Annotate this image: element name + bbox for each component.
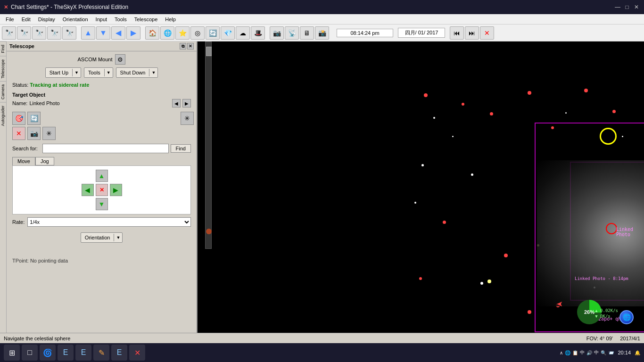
main-area: Find Telescope Camera Autoguider Telesco… [0,41,644,333]
panel-header-buttons[interactable]: ⧉ ✕ [180,43,194,49]
task-icon-search[interactable]: 🔍 [601,350,606,355]
menu-edit[interactable]: Edit [18,16,34,23]
cancel-icon[interactable]: ✕ [12,127,25,140]
tab-camera[interactable]: Camera [0,81,6,102]
task-app-4[interactable]: E [111,345,127,361]
menu-orientation[interactable]: Orientation [59,16,92,23]
name-label: Name: [12,100,27,106]
task-app-2[interactable]: E [75,345,91,361]
task-files[interactable]: □ [22,345,38,361]
menu-tools[interactable]: Tools [111,16,131,23]
startup-label[interactable]: Start Up [46,69,73,76]
tb-cam1[interactable]: 📷 [270,26,284,40]
menu-help[interactable]: Help [161,16,180,23]
menu-display[interactable]: Display [34,16,59,23]
nav-next-button[interactable]: ▶ [182,99,191,107]
tb-cam3[interactable]: 🖥 [300,26,314,40]
move-tab[interactable]: Move [12,157,35,165]
titlebar-controls[interactable]: — □ ✕ [614,3,640,11]
tb-cam4[interactable]: 📸 [315,26,329,40]
startup-dropdown[interactable]: Start Up ▼ [45,67,81,78]
menu-file[interactable]: File [2,16,18,23]
speed-display: ▲ 0.02K/s ▼ 0K/s [595,308,618,320]
shutdown-dropdown[interactable]: Shut Down ▼ [116,67,158,78]
menu-input[interactable]: Input [92,16,111,23]
target-icon-5[interactable]: ✳ [42,127,56,140]
task-icon-1: 🌐 [565,350,570,355]
nav-prev-button[interactable]: ◀ [172,99,181,107]
tb-up[interactable]: ▲ [81,26,95,40]
task-app-3[interactable]: ✎ [93,345,109,361]
tab-find[interactable]: Find [0,41,6,56]
shutdown-label[interactable]: Shut Down [116,69,150,76]
statusbar-date: 2017/4/1 [620,336,640,341]
tab-telescope[interactable]: Telescope [0,56,6,82]
tb-home[interactable]: 🏠 [145,26,159,40]
search-label: Search for: [12,146,41,151]
minimize-button[interactable]: — [614,3,621,11]
jog-up-row: ▲ [96,170,108,182]
slider-thumb[interactable] [206,47,212,56]
vertical-slider[interactable] [205,41,212,249]
tb-left[interactable]: ◀ [111,26,125,40]
tb-right[interactable]: ▶ [126,26,140,40]
target-icon-1[interactable]: 🎯 [12,112,25,125]
target-title: Target Object [12,92,191,98]
tb-star[interactable]: ⭐ [175,26,190,40]
tb-heart[interactable]: 💎 [221,26,235,40]
tb-down[interactable]: ▼ [96,26,110,40]
tb-circle[interactable]: ◎ [190,26,205,40]
jog-left-button[interactable]: ◀ [82,184,94,196]
orientation-dropdown[interactable]: Orientation ▼ [81,232,123,243]
task-chevron[interactable]: ∧ [560,350,563,355]
gear-button[interactable]: ⚙ [115,54,125,65]
tb-rotate[interactable]: 🔄 [206,26,220,40]
tools-dropdown[interactable]: Tools ▼ [84,67,113,78]
tb-cloud[interactable]: ☁ [236,26,250,40]
find-button[interactable]: Find [171,144,191,153]
status-value: Tracking at sidereal rate [30,82,89,88]
rate-select[interactable]: 1/4x 1x 2x 4x [27,217,191,227]
globe-button[interactable]: 🌐 [619,310,634,324]
tb-icon-5[interactable]: 🔭 [62,26,76,40]
task-app-1[interactable]: E [58,345,74,361]
orientation-arrow[interactable]: ▼ [114,234,122,241]
panel-restore-button[interactable]: ⧉ [180,43,186,49]
tb-hat[interactable]: 🎩 [251,26,265,40]
tb-icon-4[interactable]: 🔭 [47,26,61,40]
close-button[interactable]: ✕ [633,3,640,11]
task-notif[interactable]: 🔔 [635,350,640,355]
tab-autoguider[interactable]: Autoguider [0,102,6,129]
jog-stop-button[interactable]: ✕ [96,184,108,196]
shutdown-arrow[interactable]: ▼ [149,69,157,76]
menu-telescope[interactable]: Telescope [131,16,162,23]
task-browser[interactable]: 🌀 [40,345,56,361]
target-icon-3[interactable]: ✳ [181,112,194,125]
sky-view[interactable]: Linked Photo SKY102apo+ qhy9m Linked Pho… [198,41,644,333]
tb-next[interactable]: ⏭ [465,26,479,40]
tb-prev[interactable]: ⏮ [450,26,464,40]
jog-up-button[interactable]: ▲ [96,170,108,182]
startup-arrow[interactable]: ▼ [73,69,81,76]
tools-arrow[interactable]: ▼ [105,69,113,76]
tb-globe[interactable]: 🌐 [160,26,174,40]
jog-right-button[interactable]: ▶ [110,184,122,196]
jog-tab[interactable]: Jog [35,157,54,165]
panel-close-button[interactable]: ✕ [187,43,194,49]
task-app-5[interactable]: ✕ [129,345,145,361]
jog-down-button[interactable]: ▼ [96,198,108,210]
telescope-panel: Telescope ⧉ ✕ ASCOM Mount ⚙ Start Up ▼ T… [7,41,198,333]
tools-label[interactable]: Tools [84,69,105,76]
orientation-label[interactable]: Orientation [81,234,115,241]
target-icon-4[interactable]: 📷 [27,127,41,140]
target-icon-2[interactable]: 🔄 [27,112,41,125]
maximize-button[interactable]: □ [623,3,631,11]
tb-cam2[interactable]: 📡 [285,26,299,40]
tb-icon-1[interactable]: 🔭 [2,26,16,40]
titlebar-left: ✕ Chart Settings* - TheSkyX Professional… [4,4,128,10]
tb-close2[interactable]: ✕ [480,26,494,40]
tb-icon-3[interactable]: 🔭 [32,26,46,40]
tb-icon-2[interactable]: 🔭 [17,26,31,40]
start-button[interactable]: ⊞ [4,345,20,361]
search-input[interactable] [42,144,169,153]
